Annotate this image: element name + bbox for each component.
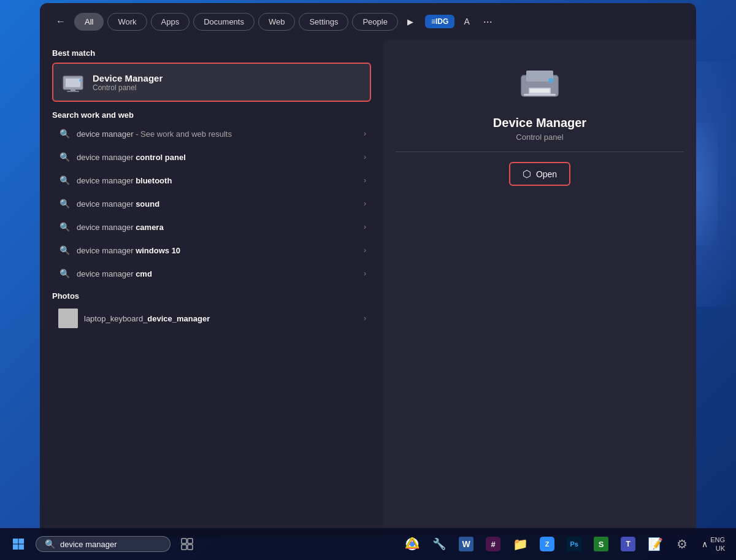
slack-icon[interactable]: #	[481, 532, 505, 556]
chevron-tray[interactable]: ∧	[702, 539, 708, 549]
filter-tabs-bar: ← All Work Apps Documents Web Settings P…	[40, 3, 696, 40]
photoshop-icon[interactable]: Ps	[562, 532, 586, 556]
tool-icon[interactable]: 🔧	[427, 532, 451, 556]
result-text-4: device manager camera	[77, 223, 365, 232]
tab-all[interactable]: All	[74, 13, 104, 31]
result-item-5[interactable]: 🔍 device manager windows 10 ›	[52, 239, 371, 262]
photo-thumb-0	[58, 309, 78, 328]
search-icon-4: 🔍	[58, 221, 71, 233]
best-match-title: Device Manager	[93, 73, 163, 83]
svg-rect-11	[13, 539, 18, 544]
more-button[interactable]: ···	[479, 13, 496, 30]
tab-people[interactable]: People	[352, 13, 397, 31]
tab-documents[interactable]: Documents	[193, 13, 255, 31]
result-text-1: device manager control panel	[77, 153, 365, 162]
idg-button[interactable]: ≡IDG	[425, 15, 454, 28]
chevron-right-3: ›	[364, 199, 366, 208]
result-item-0[interactable]: 🔍 device manager - See work and web resu…	[52, 122, 371, 145]
word-icon[interactable]: W	[454, 532, 478, 556]
result-text-6: device manager cmd	[77, 269, 365, 278]
detail-icon	[515, 58, 564, 107]
best-match-icon	[61, 70, 85, 94]
best-match-item[interactable]: Device Manager Control panel	[52, 63, 371, 102]
chrome-icon[interactable]	[401, 532, 424, 556]
result-text-2: device manager bluetooth	[77, 176, 365, 185]
svg-rect-3	[67, 91, 79, 92]
search-icon-5: 🔍	[58, 244, 71, 256]
result-item-2[interactable]: 🔍 device manager bluetooth ›	[52, 169, 371, 192]
tab-web[interactable]: Web	[258, 13, 296, 31]
photo-text-0: laptop_keyboard_device_manager	[84, 314, 365, 323]
detail-subtitle: Control panel	[516, 132, 563, 142]
chevron-right-5: ›	[364, 246, 366, 255]
svg-rect-17	[182, 545, 186, 550]
task-view-button[interactable]	[175, 532, 199, 556]
result-item-6[interactable]: 🔍 device manager cmd ›	[52, 262, 371, 285]
tab-settings[interactable]: Settings	[299, 13, 348, 31]
photo-item-0[interactable]: laptop_keyboard_device_manager ›	[52, 303, 371, 334]
best-match-label: Best match	[52, 48, 371, 58]
svg-rect-16	[188, 539, 193, 543]
tab-apps[interactable]: Apps	[151, 13, 190, 31]
open-icon: ⬡	[523, 168, 531, 180]
right-panel: Device Manager Control panel ⬡ Open	[383, 40, 696, 537]
taskbar: 🔍 🔧 W # 📁 Z Ps	[0, 528, 736, 560]
svg-rect-10	[524, 94, 556, 96]
chevron-right-4: ›	[364, 223, 366, 231]
svg-rect-1	[66, 79, 80, 87]
letter-button[interactable]: A	[458, 13, 475, 30]
svg-rect-8	[530, 89, 550, 93]
best-match-subtitle: Control panel	[93, 83, 163, 92]
detail-title: Device Manager	[493, 116, 586, 130]
search-panel: ← All Work Apps Documents Web Settings P…	[40, 3, 696, 537]
svg-rect-15	[182, 539, 186, 543]
back-button[interactable]: ←	[51, 12, 71, 31]
svg-rect-14	[19, 545, 25, 550]
teams-icon[interactable]: T	[616, 532, 640, 556]
result-text-0: device manager - See work and web result…	[77, 129, 365, 139]
chevron-right-0: ›	[364, 129, 366, 138]
settings-icon[interactable]: ⚙	[670, 532, 694, 556]
photos-label: Photos	[52, 291, 371, 301]
search-icon-3: 🔍	[58, 198, 71, 210]
best-match-text: Device Manager Control panel	[93, 73, 163, 92]
svg-rect-13	[13, 545, 18, 550]
taskbar-search-input[interactable]	[60, 540, 158, 549]
play-button[interactable]: ▶	[402, 13, 419, 30]
detail-divider	[396, 152, 684, 152]
svg-point-22	[410, 542, 414, 546]
result-item-1[interactable]: 🔍 device manager control panel ›	[52, 145, 371, 169]
taskbar-search-icon: 🔍	[45, 539, 55, 549]
result-text-5: device manager windows 10	[77, 246, 365, 255]
svg-point-9	[548, 78, 553, 83]
tab-work[interactable]: Work	[107, 13, 147, 31]
result-item-4[interactable]: 🔍 device manager camera ›	[52, 215, 371, 239]
svg-point-4	[79, 79, 82, 82]
zoom-icon[interactable]: Z	[535, 532, 559, 556]
search-web-label: Search work and web	[52, 110, 371, 120]
files-icon[interactable]: 📁	[508, 532, 532, 556]
open-button[interactable]: ⬡ Open	[509, 162, 570, 186]
s-app-icon[interactable]: S	[589, 532, 613, 556]
chevron-right-photo: ›	[364, 314, 366, 323]
chevron-right-1: ›	[364, 153, 366, 161]
result-item-3[interactable]: 🔍 device manager sound ›	[52, 192, 371, 215]
lang-display: ENGUK	[710, 535, 725, 553]
svg-rect-18	[188, 545, 193, 550]
tray-area: ∧ ENGUK	[697, 535, 730, 553]
search-icon-1: 🔍	[58, 151, 71, 163]
chevron-right-2: ›	[364, 176, 366, 185]
search-icon-0: 🔍	[58, 128, 71, 140]
left-panel: Best match Device Manager Control panel	[40, 40, 383, 537]
main-content: Best match Device Manager Control panel	[40, 40, 696, 537]
sticky-icon[interactable]: 📝	[643, 532, 667, 556]
search-icon-2: 🔍	[58, 174, 71, 186]
open-label: Open	[536, 169, 557, 179]
result-text-3: device manager sound	[77, 199, 365, 209]
taskbar-search-bar[interactable]: 🔍	[36, 536, 171, 552]
search-icon-6: 🔍	[58, 267, 71, 280]
start-button[interactable]	[7, 532, 30, 556]
chevron-right-6: ›	[364, 269, 366, 278]
svg-rect-12	[19, 539, 25, 544]
